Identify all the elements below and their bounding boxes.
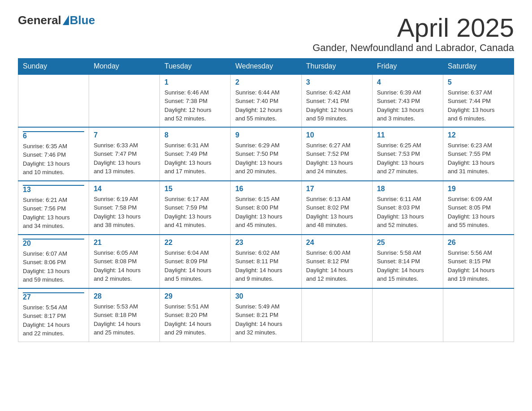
- calendar-cell: [18, 74, 89, 127]
- calendar-cell: 5Sunrise: 6:37 AM Sunset: 7:44 PM Daylig…: [443, 74, 514, 127]
- day-number: 26: [448, 239, 509, 247]
- calendar-cell: 20Sunrise: 6:07 AM Sunset: 8:06 PM Dayli…: [18, 235, 89, 288]
- day-info: Sunrise: 6:00 AM Sunset: 8:12 PM Dayligh…: [306, 248, 368, 283]
- calendar-cell: 15Sunrise: 6:17 AM Sunset: 7:59 PM Dayli…: [160, 181, 231, 235]
- calendar-cell: 18Sunrise: 6:11 AM Sunset: 8:03 PM Dayli…: [372, 181, 443, 235]
- day-info: Sunrise: 6:02 AM Sunset: 8:11 PM Dayligh…: [235, 248, 296, 283]
- calendar-cell: 2Sunrise: 6:44 AM Sunset: 7:40 PM Daylig…: [231, 74, 301, 127]
- day-number: 6: [23, 131, 84, 140]
- title-area: April 2025 Gander, Newfoundland and Labr…: [313, 13, 514, 54]
- calendar-cell: 4Sunrise: 6:39 AM Sunset: 7:43 PM Daylig…: [372, 74, 443, 127]
- day-info: Sunrise: 6:11 AM Sunset: 8:03 PM Dayligh…: [377, 195, 438, 230]
- day-number: 3: [306, 78, 368, 86]
- calendar-cell: [372, 288, 443, 342]
- day-info: Sunrise: 6:04 AM Sunset: 8:09 PM Dayligh…: [164, 248, 226, 283]
- day-number: 16: [235, 185, 296, 193]
- day-info: Sunrise: 6:15 AM Sunset: 8:00 PM Dayligh…: [235, 195, 296, 230]
- day-info: Sunrise: 6:42 AM Sunset: 7:41 PM Dayligh…: [306, 88, 368, 123]
- calendar-header-row: SundayMondayTuesdayWednesdayThursdayFrid…: [18, 58, 514, 74]
- week-row-2: 6Sunrise: 6:35 AM Sunset: 7:46 PM Daylig…: [18, 127, 514, 181]
- day-info: Sunrise: 6:27 AM Sunset: 7:52 PM Dayligh…: [306, 141, 368, 176]
- calendar-cell: 21Sunrise: 6:05 AM Sunset: 8:08 PM Dayli…: [89, 235, 160, 288]
- calendar-cell: 7Sunrise: 6:33 AM Sunset: 7:47 PM Daylig…: [89, 127, 160, 181]
- week-row-4: 20Sunrise: 6:07 AM Sunset: 8:06 PM Dayli…: [18, 235, 514, 288]
- day-number: 13: [23, 185, 84, 194]
- day-number: 19: [448, 185, 509, 193]
- calendar-cell: 27Sunrise: 5:54 AM Sunset: 8:17 PM Dayli…: [18, 288, 89, 342]
- calendar-cell: 16Sunrise: 6:15 AM Sunset: 8:00 PM Dayli…: [231, 181, 301, 235]
- day-info: Sunrise: 5:56 AM Sunset: 8:15 PM Dayligh…: [448, 248, 509, 283]
- calendar-cell: 26Sunrise: 5:56 AM Sunset: 8:15 PM Dayli…: [443, 235, 514, 288]
- day-info: Sunrise: 6:25 AM Sunset: 7:53 PM Dayligh…: [377, 141, 438, 176]
- day-info: Sunrise: 6:05 AM Sunset: 8:08 PM Dayligh…: [94, 248, 155, 283]
- calendar-cell: 14Sunrise: 6:19 AM Sunset: 7:58 PM Dayli…: [89, 181, 160, 235]
- calendar-header-wednesday: Wednesday: [231, 58, 301, 74]
- day-info: Sunrise: 5:51 AM Sunset: 8:20 PM Dayligh…: [164, 302, 226, 337]
- calendar-header-tuesday: Tuesday: [160, 58, 231, 74]
- day-number: 10: [306, 131, 368, 139]
- day-info: Sunrise: 6:17 AM Sunset: 7:59 PM Dayligh…: [164, 195, 226, 230]
- calendar-cell: 28Sunrise: 5:53 AM Sunset: 8:18 PM Dayli…: [89, 288, 160, 342]
- month-year-title: April 2025: [313, 13, 514, 42]
- location-subtitle: Gander, Newfoundland and Labrador, Canad…: [313, 42, 514, 54]
- calendar-cell: 6Sunrise: 6:35 AM Sunset: 7:46 PM Daylig…: [18, 127, 89, 181]
- day-number: 29: [164, 292, 226, 300]
- calendar-header-friday: Friday: [372, 58, 443, 74]
- day-number: 4: [377, 78, 438, 86]
- logo-general-text: General: [18, 13, 61, 27]
- day-info: Sunrise: 6:46 AM Sunset: 7:38 PM Dayligh…: [164, 88, 226, 123]
- calendar-cell: [301, 288, 372, 342]
- calendar-cell: 12Sunrise: 6:23 AM Sunset: 7:55 PM Dayli…: [443, 127, 514, 181]
- day-number: 25: [377, 239, 438, 247]
- day-info: Sunrise: 5:58 AM Sunset: 8:14 PM Dayligh…: [377, 248, 438, 283]
- day-number: 28: [94, 292, 155, 300]
- day-number: 21: [94, 239, 155, 247]
- day-info: Sunrise: 5:54 AM Sunset: 8:17 PM Dayligh…: [23, 303, 84, 338]
- calendar-header-monday: Monday: [89, 58, 160, 74]
- calendar-cell: [89, 74, 160, 127]
- day-info: Sunrise: 6:31 AM Sunset: 7:49 PM Dayligh…: [164, 141, 226, 176]
- day-number: 18: [377, 185, 438, 193]
- calendar-cell: 9Sunrise: 6:29 AM Sunset: 7:50 PM Daylig…: [231, 127, 301, 181]
- calendar-header-sunday: Sunday: [18, 58, 89, 74]
- day-info: Sunrise: 6:35 AM Sunset: 7:46 PM Dayligh…: [23, 142, 84, 177]
- day-info: Sunrise: 6:29 AM Sunset: 7:50 PM Dayligh…: [235, 141, 296, 176]
- day-number: 1: [164, 78, 226, 86]
- logo: General Blue: [18, 13, 95, 27]
- calendar-cell: 11Sunrise: 6:25 AM Sunset: 7:53 PM Dayli…: [372, 127, 443, 181]
- day-number: 23: [235, 239, 296, 247]
- day-number: 17: [306, 185, 368, 193]
- day-number: 8: [164, 131, 226, 139]
- calendar-cell: 17Sunrise: 6:13 AM Sunset: 8:02 PM Dayli…: [301, 181, 372, 235]
- week-row-3: 13Sunrise: 6:21 AM Sunset: 7:56 PM Dayli…: [18, 181, 514, 235]
- day-info: Sunrise: 6:44 AM Sunset: 7:40 PM Dayligh…: [235, 88, 296, 123]
- day-info: Sunrise: 6:19 AM Sunset: 7:58 PM Dayligh…: [94, 195, 155, 230]
- calendar-cell: 19Sunrise: 6:09 AM Sunset: 8:05 PM Dayli…: [443, 181, 514, 235]
- day-info: Sunrise: 6:33 AM Sunset: 7:47 PM Dayligh…: [94, 141, 155, 176]
- calendar-cell: 24Sunrise: 6:00 AM Sunset: 8:12 PM Dayli…: [301, 235, 372, 288]
- day-number: 12: [448, 131, 509, 139]
- day-number: 2: [235, 78, 296, 86]
- day-number: 27: [23, 292, 84, 301]
- day-info: Sunrise: 5:49 AM Sunset: 8:21 PM Dayligh…: [235, 302, 296, 337]
- day-number: 30: [235, 292, 296, 300]
- header: General Blue April 2025 Gander, Newfound…: [18, 13, 514, 54]
- day-info: Sunrise: 6:37 AM Sunset: 7:44 PM Dayligh…: [448, 88, 509, 123]
- logo-triangle-icon: [63, 15, 69, 25]
- day-info: Sunrise: 6:09 AM Sunset: 8:05 PM Dayligh…: [448, 195, 509, 230]
- day-info: Sunrise: 6:21 AM Sunset: 7:56 PM Dayligh…: [23, 196, 84, 231]
- day-info: Sunrise: 6:23 AM Sunset: 7:55 PM Dayligh…: [448, 141, 509, 176]
- calendar-cell: 1Sunrise: 6:46 AM Sunset: 7:38 PM Daylig…: [160, 74, 231, 127]
- calendar-cell: 10Sunrise: 6:27 AM Sunset: 7:52 PM Dayli…: [301, 127, 372, 181]
- calendar-header-saturday: Saturday: [443, 58, 514, 74]
- day-number: 9: [235, 131, 296, 139]
- week-row-1: 1Sunrise: 6:46 AM Sunset: 7:38 PM Daylig…: [18, 74, 514, 127]
- day-info: Sunrise: 6:39 AM Sunset: 7:43 PM Dayligh…: [377, 88, 438, 123]
- day-number: 11: [377, 131, 438, 139]
- calendar-cell: 3Sunrise: 6:42 AM Sunset: 7:41 PM Daylig…: [301, 74, 372, 127]
- calendar-header-thursday: Thursday: [301, 58, 372, 74]
- day-number: 22: [164, 239, 226, 247]
- day-number: 5: [448, 78, 509, 86]
- day-number: 20: [23, 239, 84, 248]
- calendar-cell: 23Sunrise: 6:02 AM Sunset: 8:11 PM Dayli…: [231, 235, 301, 288]
